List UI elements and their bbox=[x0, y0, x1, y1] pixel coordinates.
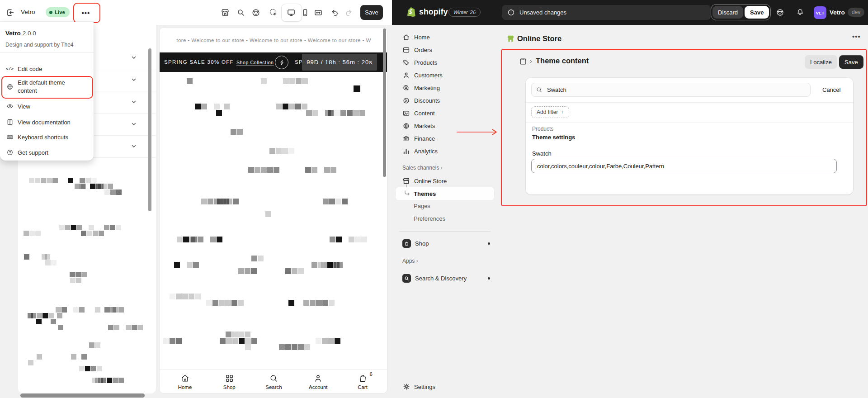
blurred-block bbox=[220, 338, 226, 344]
blurred-block bbox=[302, 104, 307, 109]
blurred-block bbox=[220, 199, 226, 204]
card-divider bbox=[526, 102, 853, 103]
chevron-down-icon bbox=[131, 143, 137, 149]
blurred-block bbox=[232, 332, 238, 337]
sidebar-item-discounts[interactable]: Discounts bbox=[397, 94, 491, 107]
inspect-section-button[interactable] bbox=[267, 6, 280, 19]
blurred-block bbox=[126, 325, 131, 330]
menu-item-edit-default-theme-content[interactable]: Edit default theme content bbox=[0, 77, 72, 97]
content-search-field[interactable] bbox=[531, 83, 811, 97]
shopify-admin: shopify Winter '26 Unsaved changes Disca… bbox=[392, 0, 868, 398]
localize-button[interactable]: Localize bbox=[805, 55, 837, 69]
sales-channels-label[interactable]: Sales channels › bbox=[402, 165, 443, 171]
blurred-block bbox=[347, 110, 353, 116]
blurred-block bbox=[132, 325, 137, 330]
swatch-value-input[interactable] bbox=[531, 159, 837, 173]
panel-scrollbar[interactable] bbox=[148, 48, 151, 211]
desktop-icon bbox=[287, 8, 296, 17]
nav-shop[interactable]: Shop bbox=[216, 370, 243, 393]
notifications-bell-icon[interactable] bbox=[796, 8, 804, 16]
elbow-arrow-icon bbox=[404, 190, 410, 197]
blurred-block bbox=[283, 104, 288, 109]
search-button[interactable] bbox=[234, 6, 248, 19]
eye-icon bbox=[6, 103, 14, 110]
globe-dollar-icon bbox=[402, 122, 410, 130]
nav-home[interactable]: Home bbox=[171, 370, 198, 393]
apps-button[interactable] bbox=[249, 6, 263, 19]
sidebar-item-analytics[interactable]: Analytics bbox=[397, 145, 491, 157]
alert-icon bbox=[507, 9, 515, 16]
sidebar-item-preferences[interactable]: Preferences bbox=[414, 215, 445, 222]
chevron-down-icon bbox=[131, 54, 137, 61]
blurred-block bbox=[85, 366, 90, 371]
sidebar-item-home[interactable]: Home bbox=[397, 31, 491, 43]
blurred-block bbox=[298, 268, 304, 274]
sidebar-item-search-discovery[interactable]: Search & Discovery bbox=[397, 272, 491, 284]
discard-button[interactable]: Discard bbox=[712, 6, 743, 19]
blurred-block bbox=[189, 294, 194, 299]
editor-save-button[interactable]: Save bbox=[360, 5, 383, 20]
blurred-block bbox=[97, 366, 102, 371]
blurred-block bbox=[90, 184, 95, 189]
blurred-block bbox=[42, 313, 48, 318]
sidebar-item-settings[interactable]: Settings bbox=[397, 380, 491, 393]
sale-announcement-bar[interactable]: SPRING SALE 30% OFF Shop Collection SP 9… bbox=[160, 52, 387, 72]
mobile-view-button[interactable] bbox=[298, 6, 312, 19]
blurred-block bbox=[70, 278, 75, 283]
menu-item-view-documentation[interactable]: View documentation bbox=[0, 115, 94, 129]
undo-button[interactable] bbox=[328, 6, 342, 19]
admin-apps-icon[interactable] bbox=[776, 8, 784, 17]
unsaved-changes-bar[interactable]: Unsaved changes bbox=[502, 5, 711, 20]
blurred-block bbox=[201, 199, 207, 204]
search-icon bbox=[536, 86, 542, 93]
blurred-block bbox=[285, 344, 291, 350]
user-avatar[interactable]: VET bbox=[814, 6, 826, 19]
nav-account[interactable]: Account bbox=[305, 370, 332, 393]
theme-content-save-button[interactable]: Save bbox=[839, 55, 863, 69]
desktop-view-button[interactable] bbox=[284, 6, 298, 19]
nav-cart[interactable]: 6 Cart bbox=[349, 370, 376, 393]
blurred-block bbox=[51, 260, 57, 265]
menu-item-edit-code[interactable]: </> Edit code bbox=[0, 62, 94, 76]
sidebar-item-content[interactable]: Content bbox=[397, 107, 491, 119]
blurred-block bbox=[212, 300, 218, 306]
menu-item-get-support[interactable]: Get support bbox=[0, 146, 94, 159]
menu-item-keyboard-shortcuts[interactable]: Keyboard shortcuts bbox=[0, 130, 94, 144]
exit-editor-button[interactable] bbox=[4, 6, 17, 19]
blurred-block bbox=[258, 256, 264, 261]
preview-scrollbar[interactable] bbox=[383, 28, 386, 177]
blurred-block bbox=[322, 300, 328, 306]
blurred-block bbox=[248, 167, 254, 173]
blurred-block bbox=[104, 307, 110, 313]
blurred-block bbox=[104, 225, 109, 230]
sidebar-item-shop-channel[interactable]: Shop bbox=[397, 237, 491, 250]
theme-content-box-icon[interactable] bbox=[519, 57, 527, 66]
sidebar-item-pages[interactable]: Pages bbox=[414, 203, 430, 209]
panel-horizontal-scrollbar[interactable] bbox=[20, 393, 145, 398]
sidebar-item-customers[interactable]: Customers bbox=[397, 69, 491, 81]
storefront-preview-button[interactable] bbox=[218, 6, 232, 19]
page-actions-ellipsis-icon[interactable]: ••• bbox=[852, 33, 861, 40]
tag-icon bbox=[402, 59, 410, 66]
sidebar-item-orders[interactable]: Orders bbox=[397, 43, 491, 56]
apps-label[interactable]: Apps › bbox=[402, 258, 418, 264]
more-actions-button[interactable]: ••• bbox=[79, 6, 93, 19]
announcement-ticker[interactable]: tore • Welcome to our store • Welcome to… bbox=[160, 28, 387, 52]
blurred-block bbox=[330, 167, 336, 173]
fullwidth-view-button[interactable] bbox=[311, 6, 325, 19]
shop-collection-link[interactable]: Shop Collection bbox=[236, 60, 274, 65]
sidebar-item-online-store[interactable]: Online Store bbox=[397, 175, 491, 187]
sidebar-item-products[interactable]: Products bbox=[397, 56, 491, 69]
admin-save-button[interactable]: Save bbox=[745, 6, 769, 19]
blurred-block bbox=[214, 199, 220, 204]
sidebar-item-marketing[interactable]: Marketing bbox=[397, 81, 491, 94]
content-search-input[interactable] bbox=[546, 86, 792, 94]
sidebar-item-themes[interactable]: Themes bbox=[396, 187, 494, 200]
add-filter-button[interactable]: Add filter+ bbox=[531, 106, 569, 118]
blurred-block bbox=[42, 254, 47, 260]
cancel-search-link[interactable]: Cancel bbox=[822, 86, 840, 93]
nav-search[interactable]: Search bbox=[260, 370, 288, 393]
redo-button[interactable] bbox=[342, 6, 355, 19]
menu-item-view[interactable]: View bbox=[0, 100, 94, 113]
blurred-block bbox=[114, 325, 119, 330]
